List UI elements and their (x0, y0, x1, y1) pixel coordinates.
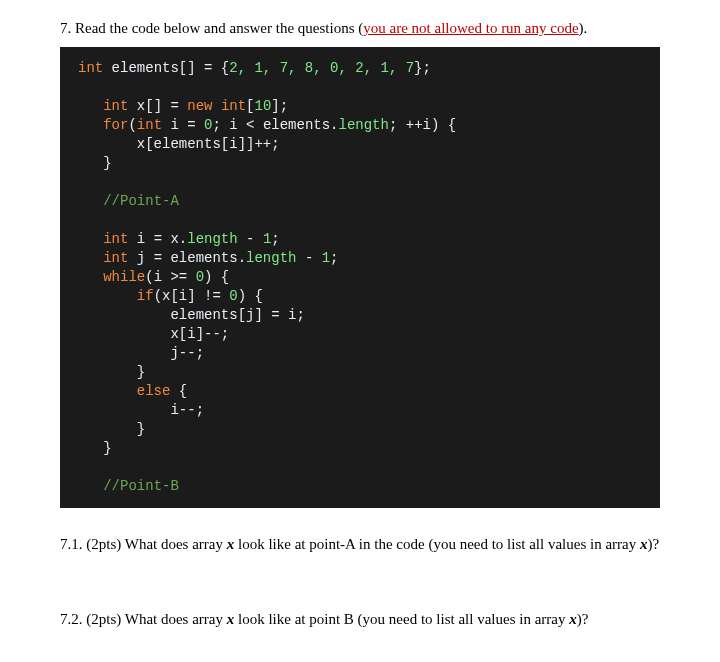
code-comment: //Point-A (103, 193, 179, 209)
code-kw: while (103, 269, 145, 285)
q71-prefix: 7.1. (2pts) What does array (60, 536, 227, 552)
code-text: elements[j] = i; (170, 307, 304, 323)
code-text: [ (246, 98, 254, 114)
code-prop: length (187, 231, 237, 247)
code-kw: for (103, 117, 128, 133)
code-kw: int (103, 98, 128, 114)
code-block: int elements[] = {2, 1, 7, 8, 0, 2, 1, 7… (60, 47, 660, 508)
code-text: ; i < elements. (212, 117, 338, 133)
code-kw: if (137, 288, 154, 304)
code-text: { (170, 383, 187, 399)
code-kw: int (137, 117, 162, 133)
code-text: elements[] = { (103, 60, 229, 76)
code-text: - (238, 231, 263, 247)
code-text: i = x. (128, 231, 187, 247)
code-text: ; ++i) { (389, 117, 456, 133)
code-prop: length (339, 117, 389, 133)
code-text: x[] = (128, 98, 187, 114)
code-text: ; (271, 231, 279, 247)
question-7-2: 7.2. (2pts) What does array x look like … (60, 611, 660, 628)
q71-var2: x (640, 536, 648, 552)
code-kw: int (78, 60, 103, 76)
q71-end: )? (648, 536, 660, 552)
q71-suffix: look like at point-A in the code (you ne… (234, 536, 640, 552)
code-text: } (137, 364, 145, 380)
code-prop: length (246, 250, 296, 266)
code-num: 1 (322, 250, 330, 266)
code-text: x[elements[i]]++; (137, 136, 280, 152)
code-kw: int (103, 231, 128, 247)
code-num: 2, 1, 7, 8, 0, 2, 1, 7 (229, 60, 414, 76)
intro-nocode: you are not allowed to run any code (363, 20, 578, 36)
code-text: ; (330, 250, 338, 266)
code-text: ) { (238, 288, 263, 304)
code-text: ]; (271, 98, 288, 114)
code-text: j = elements. (128, 250, 246, 266)
code-text: ) { (204, 269, 229, 285)
code-kw: new (187, 98, 212, 114)
code-text: (x[i] != (154, 288, 230, 304)
code-text: (i >= (145, 269, 195, 285)
code-text: }; (414, 60, 431, 76)
intro-suffix: ). (579, 20, 588, 36)
code-comment: //Point-B (103, 478, 179, 494)
code-text: } (137, 421, 145, 437)
code-kw: else (137, 383, 171, 399)
code-text: i--; (170, 402, 204, 418)
code-text: x[i]--; (170, 326, 229, 342)
code-num: 0 (229, 288, 237, 304)
code-text: j--; (170, 345, 204, 361)
q72-end: )? (577, 611, 589, 627)
code-kw: int (221, 98, 246, 114)
intro-prefix: 7. Read the code below and answer the qu… (60, 20, 363, 36)
code-text: } (103, 155, 111, 171)
code-num: 10 (255, 98, 272, 114)
code-text: i = (162, 117, 204, 133)
question-intro: 7. Read the code below and answer the qu… (60, 20, 660, 37)
question-7-1: 7.1. (2pts) What does array x look like … (60, 536, 660, 553)
q72-suffix: look like at point B (you need to list a… (234, 611, 569, 627)
code-text: - (296, 250, 321, 266)
q72-var2: x (569, 611, 577, 627)
code-text: ( (128, 117, 136, 133)
code-text: } (103, 440, 111, 456)
code-kw: int (103, 250, 128, 266)
q72-prefix: 7.2. (2pts) What does array (60, 611, 227, 627)
code-text (212, 98, 220, 114)
code-num: 0 (196, 269, 204, 285)
